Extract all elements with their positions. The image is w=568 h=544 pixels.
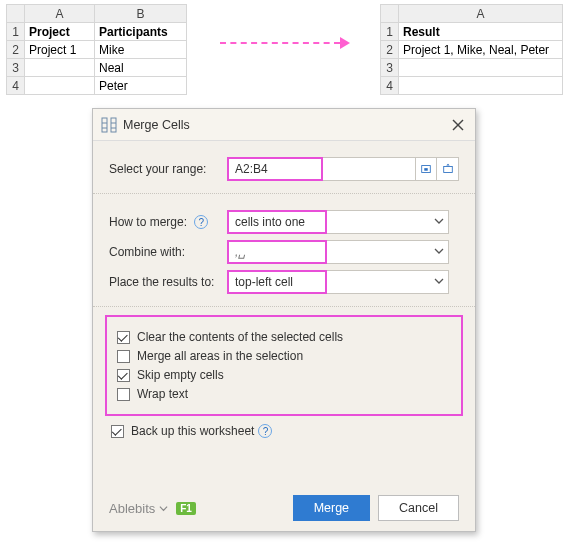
cell[interactable]: Participants: [95, 23, 187, 41]
chevron-down-icon: [434, 215, 444, 229]
merge-areas-label: Merge all areas in the selection: [137, 349, 303, 363]
svg-rect-0: [102, 118, 107, 132]
checkbox-icon: [117, 350, 130, 363]
row-header[interactable]: 1: [7, 23, 25, 41]
chevron-down-icon: [434, 275, 444, 289]
backup-label: Back up this worksheet: [131, 424, 254, 438]
cell[interactable]: Mike: [95, 41, 187, 59]
f1-badge[interactable]: F1: [176, 502, 196, 515]
merge-cells-icon: [101, 117, 117, 133]
skip-empty-checkbox[interactable]: Skip empty cells: [117, 368, 451, 382]
wrap-text-label: Wrap text: [137, 387, 188, 401]
source-spreadsheet: A B 1 Project Participants 2 Project 1 M…: [6, 4, 187, 95]
combine-with-label: Combine with:: [109, 245, 227, 259]
cancel-button[interactable]: Cancel: [378, 495, 459, 521]
place-results-value: top-left cell: [227, 270, 327, 294]
help-icon[interactable]: ?: [194, 215, 208, 229]
arrow-icon: [220, 36, 350, 50]
dialog-footer: Ablebits F1 Merge Cancel: [109, 495, 459, 521]
skip-empty-label: Skip empty cells: [137, 368, 224, 382]
corner-cell: [381, 5, 399, 23]
cell[interactable]: Project 1, Mike, Neal, Peter: [399, 41, 563, 59]
cell[interactable]: Project: [25, 23, 95, 41]
combine-with-value: ,␣: [227, 240, 327, 264]
backup-checkbox[interactable]: Back up this worksheet ?: [111, 424, 457, 438]
dialog-title: Merge Cells: [123, 118, 449, 132]
chevron-down-icon: [434, 245, 444, 259]
range-label: Select your range:: [109, 162, 227, 176]
table-row: 3: [381, 59, 563, 77]
table-row: 4 Peter: [7, 77, 187, 95]
checkbox-icon: [117, 369, 130, 382]
how-to-merge-label-text: How to merge:: [109, 215, 187, 229]
cell[interactable]: Result: [399, 23, 563, 41]
cell[interactable]: [25, 77, 95, 95]
merge-cells-dialog: Merge Cells Select your range: A2:B4 How…: [92, 108, 476, 532]
result-spreadsheet: A 1 Result 2 Project 1, Mike, Neal, Pete…: [380, 4, 563, 95]
range-input[interactable]: A2:B4: [227, 157, 323, 181]
brand-label: Ablebits: [109, 501, 155, 516]
table-row: 2 Project 1 Mike: [7, 41, 187, 59]
row-header[interactable]: 2: [381, 41, 399, 59]
col-header-a[interactable]: A: [25, 5, 95, 23]
merge-button[interactable]: Merge: [293, 495, 370, 521]
collapse-range-icon: [420, 163, 432, 175]
cell[interactable]: Peter: [95, 77, 187, 95]
checkbox-icon: [117, 388, 130, 401]
corner-cell: [7, 5, 25, 23]
row-header[interactable]: 3: [7, 59, 25, 77]
expand-range-icon: [442, 163, 454, 175]
col-header-b[interactable]: B: [95, 5, 187, 23]
expand-range-button[interactable]: [437, 157, 459, 181]
cell[interactable]: [399, 59, 563, 77]
col-header-a[interactable]: A: [399, 5, 563, 23]
table-row: 2 Project 1, Mike, Neal, Peter: [381, 41, 563, 59]
range-spacer: [323, 157, 415, 181]
cell[interactable]: [25, 59, 95, 77]
table-row: 1 Project Participants: [7, 23, 187, 41]
table-row: 3 Neal: [7, 59, 187, 77]
titlebar: Merge Cells: [93, 109, 475, 141]
table-row: 1 Result: [381, 23, 563, 41]
how-to-merge-select[interactable]: cells into one: [227, 210, 449, 234]
how-to-merge-label: How to merge: ?: [109, 215, 227, 230]
wrap-text-checkbox[interactable]: Wrap text: [117, 387, 451, 401]
checkbox-group: Clear the contents of the selected cells…: [105, 315, 463, 416]
svg-rect-10: [443, 166, 452, 172]
row-header[interactable]: 2: [7, 41, 25, 59]
row-header[interactable]: 4: [7, 77, 25, 95]
table-row: 4: [381, 77, 563, 95]
merge-areas-checkbox[interactable]: Merge all areas in the selection: [117, 349, 451, 363]
collapse-range-button[interactable]: [415, 157, 437, 181]
brand-link[interactable]: Ablebits: [109, 501, 168, 516]
checkbox-icon: [111, 425, 124, 438]
cell[interactable]: Neal: [95, 59, 187, 77]
svg-rect-9: [424, 168, 427, 171]
close-icon: [452, 119, 464, 131]
place-results-select[interactable]: top-left cell: [227, 270, 449, 294]
cell[interactable]: Project 1: [25, 41, 95, 59]
how-to-merge-value: cells into one: [227, 210, 327, 234]
clear-contents-label: Clear the contents of the selected cells: [137, 330, 343, 344]
clear-contents-checkbox[interactable]: Clear the contents of the selected cells: [117, 330, 451, 344]
cell[interactable]: [399, 77, 563, 95]
svg-rect-1: [111, 118, 116, 132]
help-icon[interactable]: ?: [258, 424, 272, 438]
row-header[interactable]: 3: [381, 59, 399, 77]
checkbox-icon: [117, 331, 130, 344]
combine-with-select[interactable]: ,␣: [227, 240, 449, 264]
close-button[interactable]: [449, 116, 467, 134]
row-header[interactable]: 1: [381, 23, 399, 41]
range-section: Select your range: A2:B4: [93, 141, 475, 194]
merge-options-section: How to merge: ? cells into one Combine w…: [93, 194, 475, 307]
row-header[interactable]: 4: [381, 77, 399, 95]
chevron-down-icon: [159, 501, 168, 516]
place-results-label: Place the results to:: [109, 275, 227, 289]
